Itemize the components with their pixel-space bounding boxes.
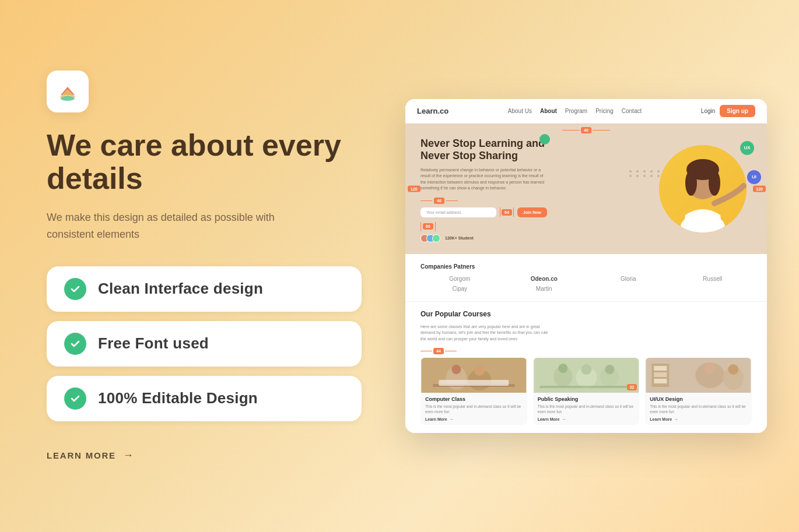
course-img-svg-2 xyxy=(533,358,640,393)
feature-label-font: Free Font used xyxy=(98,334,209,353)
arrow-icon: → xyxy=(123,449,135,461)
partners-grid: Gorgom Odeon.co Gloria Russell Cipay Mar… xyxy=(420,276,752,292)
email-input[interactable]: Your email address xyxy=(420,207,496,217)
svg-point-11 xyxy=(474,365,485,376)
measure-top: 40 xyxy=(562,127,610,133)
nav-contact[interactable]: Contact xyxy=(622,108,642,114)
course-card-computer: Computer Class This is the most popular … xyxy=(420,358,527,425)
nav-about[interactable]: About xyxy=(540,108,557,114)
partners-title: Companies Patners xyxy=(420,263,752,270)
course-img-computer xyxy=(420,358,527,393)
course-card-uxdesign: UI/UX Design This is the most popular an… xyxy=(645,358,752,425)
feature-item-editable: 100% Editable Design xyxy=(47,376,362,421)
feature-list: Clean Interface design Free Font used 10… xyxy=(47,266,362,421)
page-subtitle: We make this design as detailed as possi… xyxy=(47,209,303,243)
feature-item-font: Free Font used xyxy=(47,321,362,367)
measure-badge-120-right: 120 xyxy=(753,185,766,192)
student-avatars xyxy=(420,234,438,242)
partner-odeon: Odeon.co xyxy=(505,276,584,282)
svg-rect-26 xyxy=(654,379,667,383)
course-info-uxdesign: UI/UX Design This is the most popular an… xyxy=(645,393,752,425)
course-link-uxdesign[interactable]: Learn More → xyxy=(650,417,747,421)
courses-grid: Computer Class This is the most popular … xyxy=(420,358,752,425)
teal-decoration xyxy=(539,134,550,145)
nav-about-us[interactable]: About Us xyxy=(508,108,532,114)
partner-gorgom: Gorgom xyxy=(420,276,499,282)
nav-actions: Login Sign up xyxy=(701,105,755,117)
course-info-computer: Computer Class This is the most popular … xyxy=(420,393,527,425)
partners-section: Companies Patners Gorgom Odeon.co Gloria… xyxy=(405,254,767,301)
measure-40-mid: 40 xyxy=(420,198,752,204)
svg-rect-24 xyxy=(654,366,667,371)
left-panel: We care about every details We make this… xyxy=(0,0,397,532)
svg-point-16 xyxy=(558,364,567,373)
course-arrow-computer: → xyxy=(450,417,454,421)
hero-desc: Relatively permanent change in behavior … xyxy=(420,167,549,192)
hero-content: Never Stop Learning and Never Stop Shari… xyxy=(405,138,767,242)
measure-right: 120 xyxy=(753,185,766,192)
learn-more-label: LEARN MORE xyxy=(47,450,116,460)
courses-title-area: Our Popular Courses xyxy=(420,310,491,320)
feature-item-clean: Clean Interface design xyxy=(47,266,362,312)
course-name-computer: Computer Class xyxy=(425,396,523,402)
svg-rect-25 xyxy=(654,372,667,377)
right-panel: Learn.co About Us About Program Pricing … xyxy=(397,0,799,532)
nav-program[interactable]: Program xyxy=(565,108,587,114)
measure-badge-32: 32 xyxy=(627,384,637,390)
join-now-button[interactable]: Join Now xyxy=(517,207,547,217)
course-card-speaking: 32 Public Speaking This is the most popu… xyxy=(533,358,640,425)
svg-point-9 xyxy=(451,365,461,374)
logo-icon xyxy=(47,71,89,112)
partner-cipay: Cipay xyxy=(420,286,499,292)
check-icon-font xyxy=(64,333,86,355)
course-link-computer[interactable]: Learn More → xyxy=(425,417,523,421)
feature-label-editable: 100% Editable Design xyxy=(98,389,258,407)
svg-point-20 xyxy=(605,365,614,374)
measure-44: 44 xyxy=(420,348,752,354)
check-icon-editable xyxy=(64,387,86,410)
course-img-svg-1 xyxy=(420,358,527,393)
svg-point-0 xyxy=(61,96,75,101)
course-img-svg-3 xyxy=(645,358,752,393)
partner-russell: Russell xyxy=(674,276,752,282)
feature-label-clean: Clean Interface design xyxy=(98,280,263,298)
hero-email-row: Your email address 64 Join Now xyxy=(420,207,752,217)
courses-title: Our Popular Courses xyxy=(420,310,491,318)
svg-point-30 xyxy=(728,364,739,375)
svg-point-28 xyxy=(705,362,716,374)
measure-badge-120-left: 120 xyxy=(408,185,420,192)
course-img-uxdesign xyxy=(645,358,752,393)
browser-mockup: Learn.co About Us About Program Pricing … xyxy=(405,99,767,434)
course-info-speaking: Public Speaking This is the most popular… xyxy=(533,393,640,425)
check-icon-clean xyxy=(64,278,86,300)
svg-rect-13 xyxy=(439,380,509,386)
measure-badge-40-mid: 40 xyxy=(434,198,444,204)
course-link-label-computer: Learn More xyxy=(425,417,447,421)
course-link-speaking[interactable]: Learn More → xyxy=(538,417,635,421)
course-link-label-uxdesign: Learn More xyxy=(650,417,672,421)
nav-login[interactable]: Login xyxy=(701,108,715,114)
course-arrow-speaking: → xyxy=(562,417,566,421)
course-name-uxdesign: UI/UX Design xyxy=(650,396,747,402)
course-desc-computer: This is the most popular and in-demand c… xyxy=(425,404,523,414)
svg-rect-21 xyxy=(539,386,633,388)
course-desc-uxdesign: This is the most popular and in-demand c… xyxy=(650,404,747,414)
nav-signup-button[interactable]: Sign up xyxy=(720,105,755,117)
hero-students-row: 120K+ Student xyxy=(420,234,752,242)
courses-header: Our Popular Courses xyxy=(420,310,752,320)
courses-section: Our Popular Courses Here are some classe… xyxy=(405,301,767,434)
measure-64: 64 xyxy=(500,207,514,217)
page-headline: We care about every details xyxy=(47,129,362,195)
measure-60: 60 xyxy=(420,222,752,231)
course-link-label-speaking: Learn More xyxy=(538,417,560,421)
nav-pricing[interactable]: Pricing xyxy=(595,108,614,114)
partner-martin: Martin xyxy=(505,286,584,292)
main-container: We care about every details We make this… xyxy=(0,0,799,532)
learn-more-button[interactable]: LEARN MORE → xyxy=(47,449,362,461)
navbar: Learn.co About Us About Program Pricing … xyxy=(405,99,767,124)
measure-badge-64: 64 xyxy=(502,209,512,216)
nav-links: About Us About Program Pricing Contact xyxy=(508,108,642,114)
measure-left: 120 xyxy=(408,185,420,192)
hero-section: 40 120 120 xyxy=(405,124,767,254)
course-desc-speaking: This is the most popular and in-demand c… xyxy=(538,404,635,414)
